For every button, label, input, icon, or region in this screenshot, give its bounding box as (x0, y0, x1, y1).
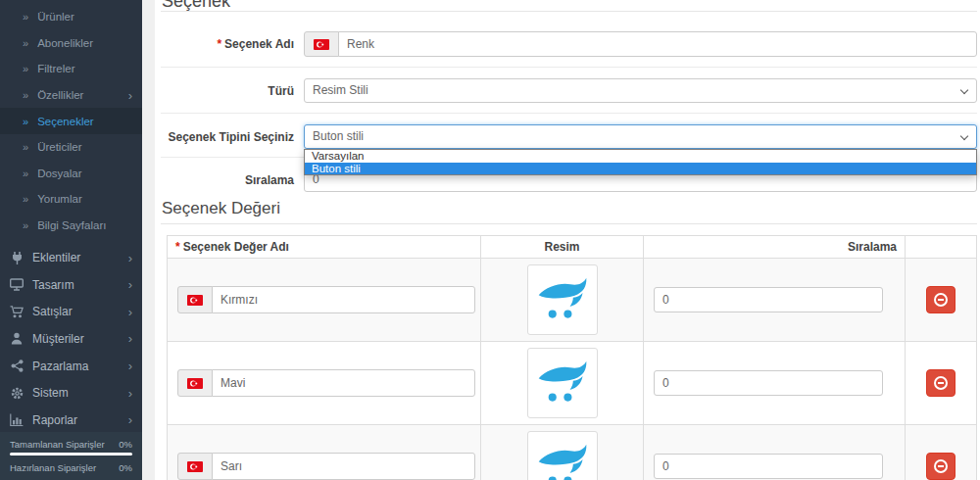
option-name-label: *Seçenek Adı (161, 37, 294, 51)
required-mark: * (217, 37, 221, 51)
sidebar-item-label: Tasarım (32, 278, 74, 292)
sidebar-item-musteriler[interactable]: Müşteriler › (0, 325, 142, 353)
option-name-control (304, 31, 977, 57)
dropdown-option-varsayilan[interactable]: Varsayılan (305, 150, 976, 163)
column-header-sort: Sıralama (644, 236, 906, 259)
sidebar-item-ozellikler[interactable]: » Özellikler › (0, 82, 142, 109)
submenu-arrow-icon: » (23, 168, 28, 179)
chevron-down-icon (960, 132, 968, 140)
remove-row-button[interactable] (926, 286, 956, 313)
main-content: Seçenek *Seçenek Adı Türü Resim Stili Se… (155, 0, 980, 480)
image-thumbnail[interactable] (527, 348, 598, 418)
sidebar-item-dosyalar[interactable]: » Dosyalar (0, 161, 142, 187)
divider (161, 113, 977, 114)
divider (161, 223, 977, 224)
sidebar-item-filtreler[interactable]: » Filtreler (0, 56, 142, 82)
chevron-down-icon (960, 86, 968, 94)
sidebar-item-label: Seçenekler (37, 116, 94, 127)
submenu-arrow-icon: » (23, 37, 28, 49)
option-type-select-value: Buton stili (313, 129, 364, 143)
value-name-input[interactable] (212, 369, 475, 397)
column-header-actions (906, 236, 977, 259)
sidebar-item-bilgi-sayfalari[interactable]: » Bilgi Sayfaları (0, 213, 142, 239)
sidebar-item-label: Abonelikler (37, 37, 93, 49)
chevron-right-icon: › (128, 252, 132, 264)
chevron-right-icon: › (128, 413, 132, 426)
sidebar-item-secenekler[interactable]: » Seçenekler (0, 108, 142, 134)
sidebar-item-label: Üreticiler (37, 141, 81, 153)
chevron-right-icon: › (128, 278, 132, 291)
opencart-logo (536, 273, 589, 326)
sidebar-item-urunler[interactable]: » Ürünler (0, 4, 142, 30)
divider (161, 11, 977, 12)
progress-bar (10, 453, 132, 456)
type-label: Türü (161, 84, 294, 98)
value-name-input[interactable] (212, 453, 475, 480)
turkish-flag-icon (177, 369, 213, 397)
dropdown-option-buton-stili[interactable]: Buton stili (305, 163, 976, 175)
sidebar: » Ürünler » Abonelikler » Filtreler » Öz… (0, 0, 142, 480)
stat-label: Tamamlanan Siparişler (10, 439, 105, 450)
table-row (168, 342, 977, 425)
remove-row-button[interactable] (926, 453, 956, 480)
value-name-input[interactable] (212, 286, 475, 313)
sidebar-item-label: Pazarlama (32, 360, 88, 373)
sidebar-item-satislar[interactable]: Satışlar › (0, 299, 142, 326)
sidebar-item-sistem[interactable]: Sistem › (0, 379, 142, 407)
sidebar-item-label: Özellikler (37, 89, 83, 101)
share-icon (9, 360, 24, 373)
sort-order-label: Sıralama (161, 173, 294, 187)
value-sort-input[interactable] (654, 454, 883, 479)
sidebar-item-pazarlama[interactable]: Pazarlama › (0, 353, 142, 380)
submenu-arrow-icon: » (23, 11, 28, 23)
option-type-select[interactable]: Buton stili (304, 124, 977, 149)
sidebar-item-abonelikler[interactable]: » Abonelikler (0, 30, 142, 57)
option-name-input[interactable] (338, 31, 977, 57)
stat-value: 0% (119, 462, 132, 473)
minus-circle-icon (934, 376, 948, 390)
submenu-arrow-icon: » (23, 193, 28, 205)
sidebar-item-yorumlar[interactable]: » Yorumlar (0, 186, 142, 213)
plug-icon (9, 251, 24, 264)
gear-icon (9, 386, 24, 400)
sidebar-item-tasarim[interactable]: Tasarım › (0, 271, 142, 299)
user-icon (9, 332, 24, 346)
submenu-arrow-icon: » (23, 116, 28, 127)
sidebar-item-label: Filtreler (37, 63, 74, 74)
sidebar-item-label: Satışlar (32, 305, 73, 318)
remove-row-button[interactable] (926, 369, 956, 397)
sidebar-item-label: Bilgi Sayfaları (37, 219, 106, 231)
type-select-value: Resim Stili (313, 83, 368, 97)
sidebar-item-label: Ürünler (37, 11, 74, 23)
stat-processing-orders: Hazırlanan Siparişler 0% (10, 462, 132, 473)
chevron-right-icon: › (128, 387, 132, 400)
sidebar-item-label: Müşteriler (32, 332, 84, 346)
sidebar-item-label: Sistem (32, 386, 69, 400)
submenu-arrow-icon: » (23, 141, 28, 153)
table-row (168, 425, 977, 480)
sidebar-item-label: Eklentiler (32, 251, 80, 264)
value-sort-input[interactable] (654, 370, 883, 396)
cart-icon (9, 305, 24, 318)
option-values-table: *Seçenek Değer Adı Resim Sıralama (167, 235, 977, 480)
order-stats-panel: Tamamlanan Siparişler 0% Hazırlanan Sipa… (0, 432, 142, 480)
bar-chart-icon (9, 413, 24, 427)
minus-circle-icon (934, 459, 948, 473)
option-type-dropdown: Varsayılan Buton stili (304, 149, 977, 175)
sidebar-item-ureticiler[interactable]: » Üreticiler (0, 134, 142, 161)
stat-label: Hazırlanan Siparişler (10, 462, 96, 473)
column-header-image: Resim (481, 236, 644, 259)
image-thumbnail[interactable] (527, 264, 598, 335)
divider (161, 67, 977, 68)
turkish-flag-icon (177, 286, 213, 313)
submenu-arrow-icon: » (23, 219, 28, 231)
sidebar-item-label: Dosyalar (37, 168, 81, 179)
chevron-right-icon: › (128, 306, 132, 318)
image-thumbnail[interactable] (527, 431, 598, 480)
opencart-logo (536, 440, 589, 480)
value-sort-input[interactable] (654, 287, 883, 312)
sidebar-item-eklentiler[interactable]: Eklentiler › (0, 244, 142, 271)
monitor-icon (9, 278, 24, 292)
sidebar-item-raporlar[interactable]: Raporlar › (0, 407, 142, 434)
type-select[interactable]: Resim Stili (304, 78, 977, 103)
